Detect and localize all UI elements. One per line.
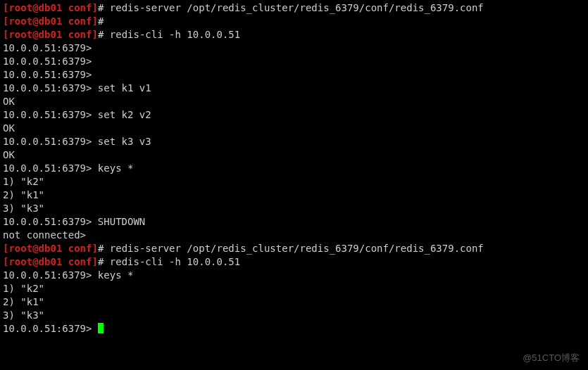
- output-text: 3) "k3": [3, 310, 44, 321]
- terminal-line: 10.0.0.51:6379> set k1 v1: [3, 82, 585, 95]
- terminal-line: [root@db01 conf]# redis-cli -h 10.0.0.51: [3, 28, 585, 42]
- prompt-host: db01: [39, 2, 63, 13]
- output-text: 10.0.0.51:6379> SHUTDOWN: [3, 216, 145, 227]
- prompt-close-bracket: ]: [92, 2, 97, 13]
- prompt-user-host: root: [8, 256, 32, 267]
- output-text: 10.0.0.51:6379> keys *: [3, 269, 133, 281]
- output-text: 10.0.0.51:6379>: [3, 56, 98, 67]
- prompt-user-host: root: [8, 29, 32, 40]
- prompt-space2: [104, 2, 109, 13]
- terminal-line: 10.0.0.51:6379> set k3 v3: [3, 135, 585, 148]
- prompt-host: db01: [39, 243, 63, 254]
- output-text: 10.0.0.51:6379> set k1 v1: [3, 82, 151, 94]
- prompt-dir: conf: [68, 256, 92, 267]
- prompt-at: @: [32, 243, 38, 254]
- terminal-line: not connected>: [3, 229, 585, 242]
- prompt-space2: [104, 256, 109, 267]
- prompt-user-host: root: [8, 243, 32, 254]
- watermark: @51CTO博客: [523, 352, 580, 364]
- prompt-user-host: root: [8, 2, 32, 13]
- terminal-line: 10.0.0.51:6379> keys *: [3, 269, 585, 282]
- terminal-line: 1) "k2": [3, 282, 585, 295]
- prompt-space2: [104, 15, 109, 27]
- output-text: OK: [3, 149, 15, 160]
- output-text: 10.0.0.51:6379> keys *: [3, 162, 133, 174]
- terminal-line: 3) "k3": [3, 202, 585, 215]
- output-text: 1) "k2": [3, 283, 44, 294]
- output-text: 10.0.0.51:6379>: [3, 323, 98, 334]
- prompt-space2: [104, 29, 109, 40]
- prompt-dir: conf: [68, 29, 92, 40]
- terminal-line: OK: [3, 148, 585, 162]
- command-text: redis-server /opt/redis_cluster/redis_63…: [110, 2, 484, 13]
- terminal-line: 10.0.0.51:6379>: [3, 68, 585, 82]
- output-text: 2) "k1": [3, 189, 44, 200]
- prompt-space: [62, 29, 68, 40]
- prompt-host: db01: [39, 29, 63, 40]
- command-text: redis-cli -h 10.0.0.51: [110, 256, 240, 267]
- prompt-space: [62, 15, 68, 27]
- terminal-line: 10.0.0.51:6379> set k2 v2: [3, 108, 585, 122]
- output-text: 10.0.0.51:6379>: [3, 69, 98, 80]
- terminal-line: 1) "k2": [3, 175, 585, 189]
- prompt-space: [62, 243, 68, 254]
- output-text: not connected>: [3, 229, 92, 241]
- prompt-user-host: root: [8, 15, 32, 27]
- terminal-line: 10.0.0.51:6379>: [3, 42, 585, 55]
- output-text: 3) "k3": [3, 203, 44, 214]
- prompt-at: @: [32, 2, 38, 13]
- output-text: OK: [3, 96, 15, 107]
- prompt-at: @: [32, 29, 38, 40]
- prompt-dir: conf: [68, 243, 92, 254]
- terminal-line: [root@db01 conf]# redis-cli -h 10.0.0.51: [3, 255, 585, 269]
- terminal-line: 10.0.0.51:6379> keys *: [3, 162, 585, 175]
- command-text: redis-server /opt/redis_cluster/redis_63…: [110, 243, 484, 254]
- terminal-line: [root@db01 conf]#: [3, 15, 585, 28]
- terminal-line: 10.0.0.51:6379>: [3, 55, 585, 68]
- prompt-host: db01: [39, 256, 63, 267]
- output-text: OK: [3, 122, 15, 134]
- terminal-line: 2) "k1": [3, 295, 585, 309]
- prompt-space: [62, 2, 68, 13]
- prompt-host: db01: [39, 15, 63, 27]
- prompt-at: @: [32, 256, 38, 267]
- prompt-close-bracket: ]: [92, 256, 97, 267]
- terminal-line: OK: [3, 95, 585, 108]
- terminal-line: [root@db01 conf]# redis-server /opt/redi…: [3, 242, 585, 255]
- terminal-line: 10.0.0.51:6379> SHUTDOWN: [3, 215, 585, 229]
- output-text: 10.0.0.51:6379> set k2 v2: [3, 109, 151, 120]
- prompt-close-bracket: ]: [92, 243, 97, 254]
- output-text: 1) "k2": [3, 176, 44, 187]
- cursor[interactable]: [98, 323, 104, 333]
- prompt-close-bracket: ]: [92, 15, 97, 27]
- terminal-line: 3) "k3": [3, 309, 585, 322]
- output-text: 10.0.0.51:6379> set k3 v3: [3, 136, 151, 147]
- terminal-line: 2) "k1": [3, 189, 585, 202]
- prompt-space2: [104, 243, 109, 254]
- terminal-line: 10.0.0.51:6379>: [3, 322, 585, 336]
- prompt-close-bracket: ]: [92, 29, 97, 40]
- output-text: 10.0.0.51:6379>: [3, 42, 98, 53]
- prompt-dir: conf: [68, 2, 92, 13]
- output-text: 2) "k1": [3, 296, 44, 307]
- prompt-space: [62, 256, 68, 267]
- terminal-line: [root@db01 conf]# redis-server /opt/redi…: [3, 1, 585, 15]
- command-text: redis-cli -h 10.0.0.51: [110, 29, 240, 40]
- terminal[interactable]: [root@db01 conf]# redis-server /opt/redi…: [0, 0, 588, 370]
- prompt-dir: conf: [68, 15, 92, 27]
- prompt-at: @: [32, 15, 38, 27]
- terminal-line: OK: [3, 122, 585, 135]
